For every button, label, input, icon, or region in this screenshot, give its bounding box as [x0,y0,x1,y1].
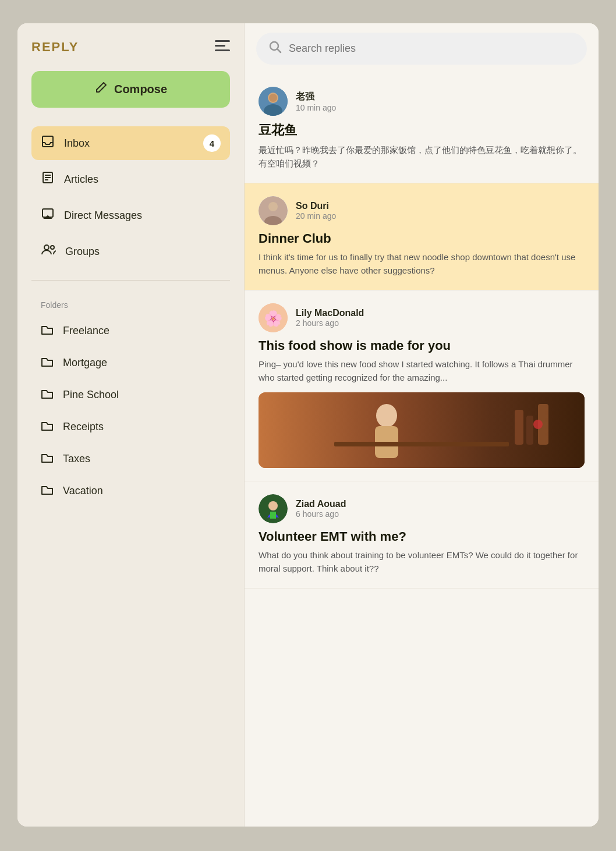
svg-rect-2 [215,49,230,51]
msg2-sender: So Duri [296,201,336,211]
compose-button[interactable]: Compose [31,71,230,108]
search-bar [256,33,587,65]
folder-pine-school-icon [41,388,54,402]
search-icon [269,41,282,56]
svg-rect-24 [259,392,585,468]
folder-pine-school[interactable]: Pine School [31,380,230,410]
articles-icon [41,171,55,188]
msg2-preview: I think it's time for us to finally try … [259,251,585,277]
inbox-icon [41,134,55,152]
msg4-header: Ziad Aouad 6 hours ago [259,494,585,523]
folder-receipts-icon [41,420,54,434]
svg-line-12 [278,49,281,53]
folder-taxes-icon [41,452,54,466]
app-logo: REPLY [31,40,79,55]
msg3-header: 🌸 Lily MacDonald 2 hours ago [259,303,585,332]
avatar-ziad [259,494,288,523]
compose-label: Compose [114,83,167,96]
message-card-msg1[interactable]: 老强 10 min ago 豆花鱼 最近忙吗？昨晚我去了你最爱的那家饭馆，点了他… [245,74,599,183]
svg-rect-34 [270,512,276,519]
msg3-preview: Ping– you'd love this new food show I st… [259,358,585,384]
messages-list: 老强 10 min ago 豆花鱼 最近忙吗？昨晚我去了你最爱的那家饭馆，点了他… [245,74,599,827]
avatar-lily: 🌸 [259,303,288,332]
msg2-meta: So Duri 20 min ago [296,201,336,221]
msg4-time: 6 hours ago [296,509,346,519]
groups-label: Groups [65,246,100,258]
svg-rect-29 [526,416,533,445]
msg3-time: 2 hours ago [296,318,364,328]
pencil-icon [94,81,107,97]
svg-point-17 [269,94,277,102]
msg1-meta: 老强 10 min ago [296,91,336,112]
folder-mortgage[interactable]: Mortgage [31,348,230,378]
svg-point-25 [376,404,397,427]
message-card-msg2[interactable]: So Duri 20 min ago Dinner Club I think i… [245,183,599,290]
menu-toggle-icon[interactable] [215,40,230,55]
svg-rect-3 [43,136,53,147]
folder-vacation[interactable]: Vacation [31,476,230,506]
sidebar-item-inbox[interactable]: Inbox 4 [31,126,230,160]
msg4-meta: Ziad Aouad 6 hours ago [296,499,346,519]
svg-point-33 [268,501,278,510]
folder-taxes-label: Taxes [63,453,90,465]
folder-receipts[interactable]: Receipts [31,412,230,442]
msg1-subject: 豆花鱼 [259,122,585,139]
search-input[interactable] [289,42,574,55]
msg2-subject: Dinner Club [259,231,585,246]
msg1-preview: 最近忙吗？昨晚我去了你最爱的那家饭馆，点了他们的特色豆花鱼，吃着就想你了。有空咱… [259,144,585,170]
app-container: REPLY Compose [17,23,599,827]
msg3-image [259,392,585,468]
svg-point-21 [270,203,277,210]
avatar-laogiang [259,87,288,116]
svg-rect-28 [515,410,523,445]
msg3-subject: This food show is made for you [259,338,585,353]
folder-freelance-icon [41,324,54,338]
msg1-time: 10 min ago [296,103,336,112]
msg4-preview: What do you think about training to be v… [259,549,585,575]
inbox-badge: 4 [203,134,221,152]
folder-freelance[interactable]: Freelance [31,315,230,346]
sidebar-item-groups[interactable]: Groups [31,235,230,268]
avatar-soduri [259,196,288,225]
folder-taxes[interactable]: Taxes [31,444,230,474]
svg-text:🌸: 🌸 [264,309,283,328]
msg1-header: 老强 10 min ago [259,87,585,116]
svg-rect-0 [215,40,230,42]
folder-pine-school-label: Pine School [63,389,119,401]
folders-label: Folders [31,300,230,310]
folder-mortgage-icon [41,356,54,370]
svg-point-9 [44,245,49,250]
folders-section: Folders Freelance Mortgage [31,300,230,508]
svg-point-31 [533,420,543,429]
groups-icon [41,243,56,260]
sidebar: REPLY Compose [17,23,245,827]
msg3-meta: Lily MacDonald 2 hours ago [296,308,364,328]
msg4-subject: Volunteer EMT with me? [259,529,585,544]
articles-label: Articles [64,173,98,186]
msg2-header: So Duri 20 min ago [259,196,585,225]
svg-rect-27 [334,442,509,446]
msg3-sender: Lily MacDonald [296,308,364,318]
sidebar-item-articles[interactable]: Articles [31,162,230,196]
msg2-time: 20 min ago [296,211,336,221]
direct-messages-label: Direct Messages [64,210,142,222]
inbox-label: Inbox [64,137,90,150]
svg-rect-1 [215,45,225,47]
folder-freelance-label: Freelance [63,325,109,337]
folder-vacation-label: Vacation [63,485,103,497]
message-card-msg3[interactable]: 🌸 Lily MacDonald 2 hours ago This food s… [245,290,599,481]
folder-receipts-label: Receipts [63,421,104,433]
sidebar-item-direct-messages[interactable]: Direct Messages [31,198,230,232]
svg-point-10 [51,246,54,249]
direct-messages-icon [41,207,55,224]
msg1-sender: 老强 [296,91,336,103]
folder-vacation-icon [41,484,54,498]
folder-mortgage-label: Mortgage [63,357,107,369]
main-content: 老强 10 min ago 豆花鱼 最近忙吗？昨晚我去了你最爱的那家饭馆，点了他… [245,23,599,827]
sidebar-header: REPLY [31,40,230,55]
message-card-msg4[interactable]: Ziad Aouad 6 hours ago Volunteer EMT wit… [245,481,599,588]
msg4-sender: Ziad Aouad [296,499,346,509]
